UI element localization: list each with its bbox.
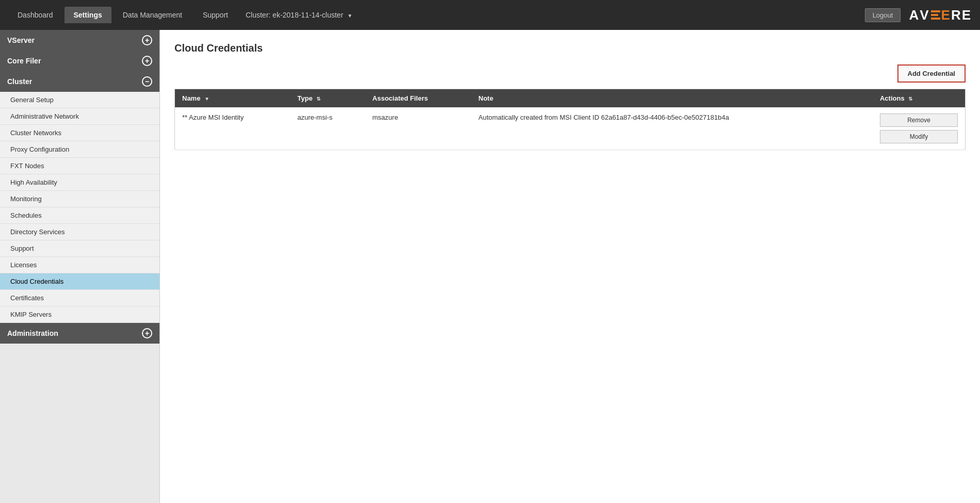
- sidebar-item-high-availability[interactable]: High Availability: [0, 174, 159, 191]
- logo-letter-r: R: [951, 7, 962, 23]
- tab-data-management[interactable]: Data Management: [114, 7, 191, 23]
- sidebar-item-directory-services[interactable]: Directory Services: [0, 224, 159, 240]
- add-credential-container: Add Credential: [174, 64, 966, 83]
- cluster-collapse-icon: −: [142, 76, 152, 87]
- topbar-nav: Dashboard Settings Data Management Suppo…: [8, 7, 352, 23]
- administration-expand-icon: +: [142, 328, 152, 338]
- logo-letter-a: A: [909, 7, 920, 23]
- col-header-note: Note: [471, 89, 873, 108]
- avere-logo: A V E R E: [909, 7, 972, 23]
- cluster-selector[interactable]: Cluster: ek-2018-11-14-cluster ▼: [246, 11, 352, 19]
- topbar: Dashboard Settings Data Management Suppo…: [0, 0, 980, 30]
- col-header-name[interactable]: Name ▼: [175, 89, 291, 108]
- sidebar-section-administration[interactable]: Administration +: [0, 323, 159, 344]
- add-credential-button[interactable]: Add Credential: [897, 64, 966, 83]
- sidebar-item-administrative-network[interactable]: Administrative Network: [0, 108, 159, 125]
- sort-icon-actions: ⇅: [908, 96, 912, 102]
- page-title: Cloud Credentials: [174, 42, 966, 54]
- sidebar-item-kmip-servers[interactable]: KMIP Servers: [0, 306, 159, 323]
- sidebar-item-cluster-networks[interactable]: Cluster Networks: [0, 125, 159, 141]
- sort-icon-name: ▼: [204, 96, 210, 102]
- main-content: Cloud Credentials Add Credential Name ▼ …: [160, 30, 980, 503]
- sidebar-section-cluster-label: Cluster: [7, 77, 32, 86]
- cluster-dropdown-arrow: ▼: [347, 13, 352, 19]
- logo-letter-v: V: [920, 7, 929, 23]
- cell-type: azure-msi-s: [290, 107, 365, 150]
- sidebar-item-support[interactable]: Support: [0, 240, 159, 257]
- sidebar-item-monitoring[interactable]: Monitoring: [0, 191, 159, 207]
- logo-bars-icon: [931, 10, 940, 20]
- sidebar-item-licenses[interactable]: Licenses: [0, 257, 159, 273]
- sidebar-item-cloud-credentials[interactable]: Cloud Credentials: [0, 273, 159, 290]
- cell-associated-filers: msazure: [365, 107, 471, 150]
- layout: VServer + Core Filer + Cluster − General…: [0, 30, 980, 503]
- sidebar-item-fxt-nodes[interactable]: FXT Nodes: [0, 158, 159, 174]
- table-header-row: Name ▼ Type ⇅ Associated Filers Note Act: [175, 89, 966, 108]
- cell-note: Automatically created from MSI Client ID…: [471, 107, 873, 150]
- cell-name: ** Azure MSI Identity: [175, 107, 291, 150]
- sidebar-section-cluster[interactable]: Cluster −: [0, 71, 159, 92]
- col-header-associated-filers: Associated Filers: [365, 89, 471, 108]
- modify-button[interactable]: Modify: [880, 130, 958, 143]
- sidebar-section-administration-label: Administration: [7, 329, 58, 337]
- actions-cell: Remove Modify: [880, 113, 958, 143]
- core-filer-expand-icon: +: [142, 56, 152, 66]
- sidebar-item-general-setup[interactable]: General Setup: [0, 92, 159, 108]
- tab-support[interactable]: Support: [194, 7, 237, 23]
- logo-letter-e-orange: E: [941, 7, 951, 23]
- tab-dashboard[interactable]: Dashboard: [8, 7, 62, 23]
- cell-actions: Remove Modify: [873, 107, 966, 150]
- logo-letter-e2: E: [962, 7, 972, 23]
- topbar-right: Logout A V E R E: [865, 7, 972, 23]
- sidebar-section-core-filer-label: Core Filer: [7, 57, 41, 65]
- logout-button[interactable]: Logout: [865, 8, 901, 22]
- col-header-actions[interactable]: Actions ⇅: [873, 89, 966, 108]
- sidebar-item-schedules[interactable]: Schedules: [0, 207, 159, 224]
- sidebar: VServer + Core Filer + Cluster − General…: [0, 30, 160, 503]
- table-row: ** Azure MSI Identity azure-msi-s msazur…: [175, 107, 966, 150]
- sidebar-section-vserver-label: VServer: [7, 36, 35, 44]
- tab-settings[interactable]: Settings: [65, 7, 111, 23]
- credentials-table: Name ▼ Type ⇅ Associated Filers Note Act: [174, 89, 966, 150]
- col-header-type[interactable]: Type ⇅: [290, 89, 365, 108]
- sidebar-item-proxy-configuration[interactable]: Proxy Configuration: [0, 141, 159, 158]
- sidebar-section-core-filer[interactable]: Core Filer +: [0, 51, 159, 71]
- remove-button[interactable]: Remove: [880, 113, 958, 127]
- sort-icon-type: ⇅: [316, 96, 320, 102]
- sidebar-section-vserver[interactable]: VServer +: [0, 30, 159, 51]
- sidebar-item-certificates[interactable]: Certificates: [0, 290, 159, 306]
- vserver-expand-icon: +: [142, 35, 152, 45]
